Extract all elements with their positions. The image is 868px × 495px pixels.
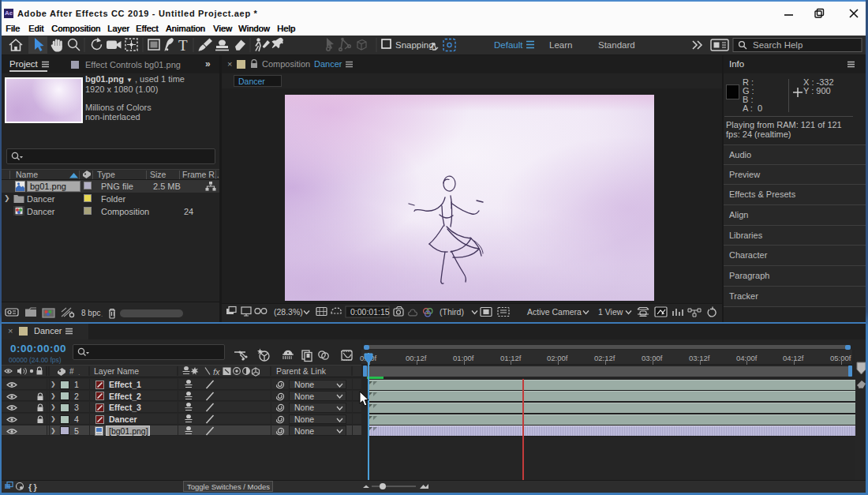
svg-text:(28.3%): (28.3%) [274,307,303,317]
svg-text:(Third): (Third) [440,307,464,317]
svg-text:Layer Name: Layer Name [94,366,139,376]
svg-text:0:00:01:15: 0:00:01:15 [350,307,390,317]
svg-text:1 View: 1 View [598,307,623,317]
svg-text:#: # [69,367,74,376]
svg-text:Parent & Link: Parent & Link [276,366,327,376]
svg-text:Search Help: Search Help [753,40,803,50]
svg-text:fx: fx [213,367,220,377]
svg-text:Learn: Learn [549,40,572,50]
svg-text:Snapping: Snapping [395,40,434,50]
svg-text:T: T [178,37,188,54]
svg-text:Standard: Standard [598,40,635,50]
svg-text:.: . [78,369,80,377]
svg-text:Active Camera: Active Camera [527,307,582,317]
svg-text:.: . [101,311,103,318]
svg-text:{ }: { } [28,482,37,492]
svg-text:Default: Default [494,40,523,50]
svg-text:8 bpc: 8 bpc [81,309,100,317]
